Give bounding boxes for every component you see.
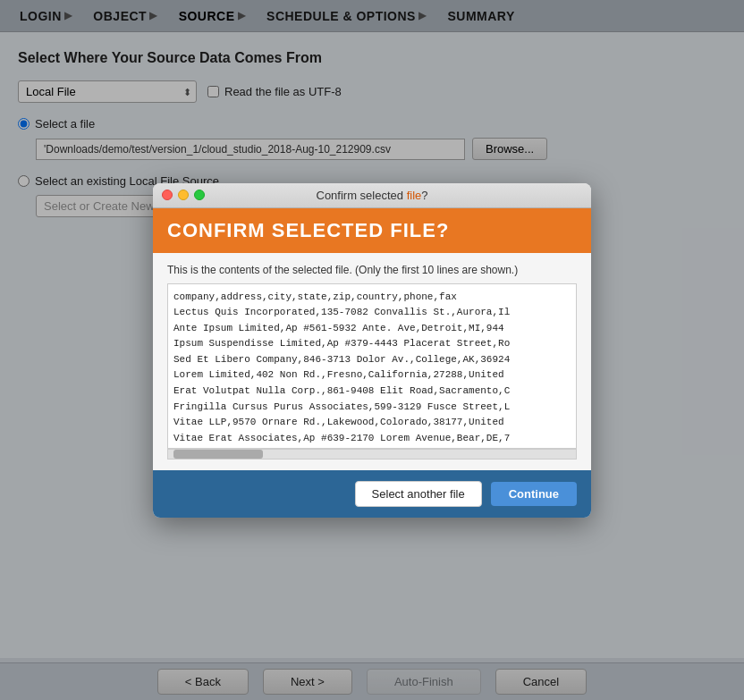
file-line-6: Erat Volutpat Nulla Corp.,861-9408 Elit … bbox=[173, 384, 571, 400]
file-line-2: Ante Ipsum Limited,Ap #561-5932 Ante. Av… bbox=[173, 321, 571, 337]
file-preview-inner: company,address,city,state,zip,country,p… bbox=[173, 290, 571, 447]
file-line-5: Lorem Limited,402 Non Rd.,Fresno,Califor… bbox=[173, 367, 571, 384]
modal-header-title: CONFIRM SELECTED FILE? bbox=[167, 219, 577, 242]
modal-header-bar: CONFIRM SELECTED FILE? bbox=[153, 208, 591, 253]
file-line-4: Sed Et Libero Company,846-3713 Dolor Av.… bbox=[173, 352, 571, 368]
file-preview-area[interactable]: company,address,city,state,zip,country,p… bbox=[167, 283, 577, 449]
modal-body: This is the contents of the selected fil… bbox=[153, 253, 591, 470]
file-line-9: Vitae Erat Associates,Ap #639-2170 Lorem… bbox=[173, 431, 571, 447]
file-line-3: Ipsum Suspendisse Limited,Ap #379-4443 P… bbox=[173, 336, 571, 352]
modal-footer: Select another file Continue bbox=[153, 470, 591, 518]
traffic-lights bbox=[162, 190, 205, 200]
minimize-button-icon[interactable] bbox=[178, 190, 189, 200]
select-another-button[interactable]: Select another file bbox=[355, 481, 482, 507]
file-line-8: Vitae LLP,9570 Ornare Rd.,Lakewood,Color… bbox=[173, 415, 571, 431]
scroll-thumb[interactable] bbox=[173, 450, 263, 459]
modal-titlebar-text: Confirm selected file? bbox=[316, 189, 427, 202]
horizontal-scrollbar[interactable] bbox=[167, 449, 577, 460]
file-line-7: Fringilla Cursus Purus Associates,599-31… bbox=[173, 400, 571, 416]
modal-title-highlight: file bbox=[407, 189, 422, 202]
maximize-button-icon[interactable] bbox=[194, 190, 205, 200]
modal-window: Confirm selected file? CONFIRM SELECTED … bbox=[153, 183, 591, 518]
file-line-0: company,address,city,state,zip,country,p… bbox=[173, 290, 571, 306]
continue-button[interactable]: Continue bbox=[491, 482, 577, 506]
file-line-1: Lectus Quis Incorporated,135-7082 Conval… bbox=[173, 305, 571, 321]
modal-titlebar: Confirm selected file? bbox=[153, 183, 591, 208]
modal-overlay: Confirm selected file? CONFIRM SELECTED … bbox=[0, 0, 744, 700]
close-button-icon[interactable] bbox=[162, 190, 173, 200]
modal-description: This is the contents of the selected fil… bbox=[167, 264, 577, 276]
